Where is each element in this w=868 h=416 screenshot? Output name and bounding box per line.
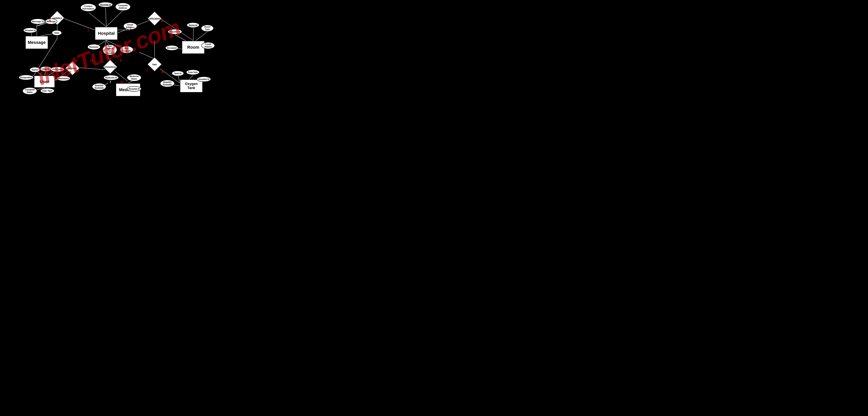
entity-user: User <box>34 75 55 88</box>
card-med-n: N <box>121 81 123 84</box>
svg-line-11 <box>106 11 123 27</box>
attr-oxy-tankid: Tank Id <box>172 71 184 76</box>
card-utilization-n: N <box>161 19 163 23</box>
attr-hosp-id: Hospital Id <box>98 2 113 7</box>
card-has-n: N <box>161 70 164 74</box>
relation-has: has <box>147 57 162 72</box>
attr-oxy-qty: QuantityAvailable <box>160 80 175 87</box>
attr-hosp-bedcap: BedCapacity <box>120 46 133 53</box>
attr-hosp-bedcovid: BedCapacityforCovid19 <box>102 44 117 55</box>
relation-utilization: utilization <box>147 11 162 26</box>
attr-room-hospid: Hospital Id <box>168 29 182 34</box>
er-diagram: Hospital Message Room User Medicine Oxyg… <box>0 0 217 104</box>
card-has-1: 1 <box>147 69 148 72</box>
attr-room-id: Room Id <box>187 23 199 28</box>
attr-med-hospid: Hospital Id <box>127 86 142 92</box>
attr-user-status: Status <box>30 67 40 72</box>
attr-hosp-addr: CompleteAddress <box>115 3 131 11</box>
card-inventory-n-left: N <box>90 59 93 62</box>
attr-user-type: User Type <box>40 88 55 94</box>
attr-med-name: MedicineName <box>127 74 142 81</box>
attr-message-msg: Message <box>45 19 57 24</box>
card-register-1: 1 <box>75 69 77 72</box>
attr-med-qty: QuantityAvailable <box>92 83 106 90</box>
relation-inventory: inventory <box>102 59 118 74</box>
attr-message-id: Message Id <box>31 19 45 24</box>
svg-line-29 <box>110 81 111 83</box>
attr-user-username: Username <box>51 67 64 72</box>
attr-user-desig: Designation <box>19 75 34 80</box>
card-inventory-n-right: N <box>120 59 122 62</box>
attr-hosp-contact: ContactInformation <box>81 3 96 11</box>
attr-user-pass: Password <box>57 76 70 81</box>
attr-room-occ: Occupied <box>165 45 178 51</box>
entity-message: Message <box>25 36 48 49</box>
attr-user-id: User Id <box>40 66 52 72</box>
attr-message-hospid: Hospital Id <box>23 28 37 33</box>
card-updates-n: N <box>49 19 51 23</box>
attr-room-type: RoomType <box>201 25 214 32</box>
svg-line-33 <box>139 52 155 59</box>
attr-message-date: Date <box>52 30 62 35</box>
attr-oxy-tanksize: Tank Size <box>186 69 199 75</box>
entity-hospital: Hospital <box>95 27 118 40</box>
card-hosp-room-1: 1 <box>130 27 132 30</box>
attr-oxy-hospid: Hospital Id <box>197 76 211 82</box>
card-hosp-user-1: 1 <box>87 29 89 32</box>
svg-line-17 <box>175 35 186 40</box>
entity-room: Room <box>182 40 205 54</box>
attr-hosp-remarks: Remarks <box>87 44 100 50</box>
svg-line-9 <box>89 12 106 27</box>
attr-user-cname: CompleteName <box>23 87 37 95</box>
svg-line-6 <box>62 18 95 30</box>
attr-room-covid: CovidPatient <box>202 42 215 49</box>
svg-line-10 <box>105 8 106 27</box>
relation-register: register <box>65 60 80 76</box>
svg-line-15 <box>193 28 193 42</box>
attr-med-id: Medicine Id <box>103 75 119 81</box>
